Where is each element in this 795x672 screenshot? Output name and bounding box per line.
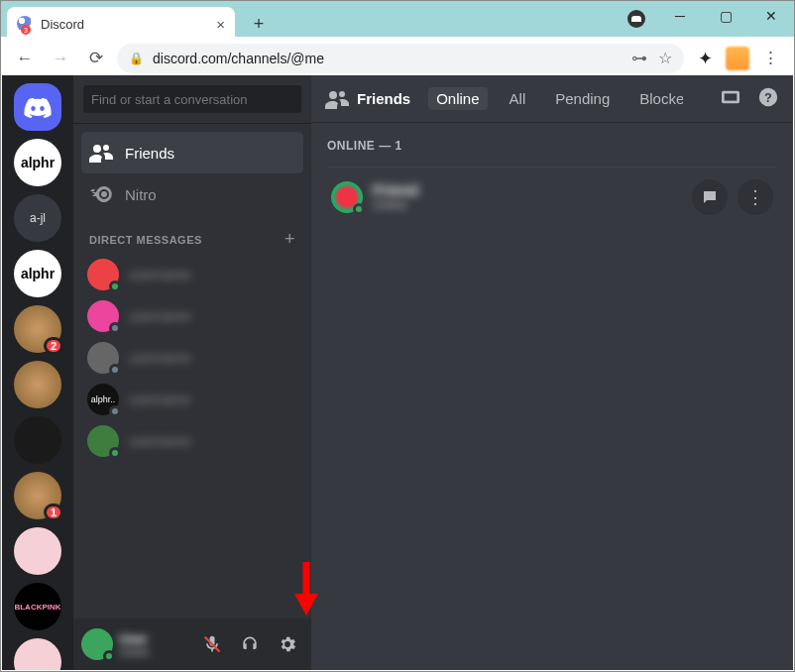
server-icon[interactable]: alphr xyxy=(14,250,61,297)
lock-icon: 🔒 xyxy=(129,52,144,65)
server-icon[interactable]: BLACKPINK xyxy=(14,583,61,630)
dm-username: username xyxy=(129,433,190,449)
server-icon[interactable]: 1 xyxy=(14,472,61,519)
extensions-button[interactable]: ✦ xyxy=(690,44,720,73)
self-status-dot xyxy=(103,650,115,662)
friend-name: Friend xyxy=(373,181,682,198)
svg-text:?: ? xyxy=(764,90,772,105)
sidebar-item-nitro[interactable]: Nitro xyxy=(81,173,303,215)
incognito-icon xyxy=(627,10,645,28)
nitro-icon xyxy=(89,184,113,204)
friends-title: Friends xyxy=(357,90,410,107)
server-icon[interactable]: 2 xyxy=(14,305,61,353)
extension-icon[interactable] xyxy=(726,47,749,70)
filter-all[interactable]: All xyxy=(502,87,534,110)
channel-sidebar: Find or start a conversation Friends Nit… xyxy=(73,75,311,670)
server-icon[interactable] xyxy=(14,527,61,575)
dm-username: username xyxy=(129,392,190,407)
user-panel: User #0000 xyxy=(73,618,311,670)
tab-title: Discord xyxy=(41,17,84,32)
new-tab-button[interactable]: + xyxy=(245,10,273,38)
message-friend-button[interactable] xyxy=(692,179,728,215)
help-icon[interactable]: ? xyxy=(757,86,779,111)
friend-row[interactable]: Friend Online ⋮ xyxy=(327,167,777,226)
discord-app: alphra-jlalphr21BLACKPINK Find or start … xyxy=(2,75,793,670)
sidebar-nitro-label: Nitro xyxy=(125,186,157,203)
browser-toolbar: ← → ⟳ 🔒 discord.com/channels/@me ⊶ ☆ ✦ ⋮ xyxy=(2,40,793,77)
dm-header-label: DIRECT MESSAGES xyxy=(89,234,202,246)
status-dot xyxy=(109,280,121,292)
mute-mic-button[interactable] xyxy=(196,628,228,660)
create-dm-button[interactable]: + xyxy=(284,229,295,250)
self-avatar[interactable] xyxy=(81,628,113,660)
server-icon[interactable] xyxy=(14,638,61,670)
dm-item[interactable]: username xyxy=(81,254,303,295)
window-minimize-button[interactable]: ─ xyxy=(657,1,703,31)
friends-icon xyxy=(89,143,113,163)
friends-icon xyxy=(325,89,349,109)
sidebar-item-friends[interactable]: Friends xyxy=(81,132,303,173)
dm-username: username xyxy=(129,350,190,366)
status-dot xyxy=(109,405,121,417)
window-close-button[interactable]: ✕ xyxy=(748,1,794,31)
server-icon[interactable] xyxy=(14,416,61,464)
filter-online[interactable]: Online xyxy=(428,87,487,110)
deafen-button[interactable] xyxy=(234,628,266,660)
dm-item[interactable]: username xyxy=(81,295,303,337)
dm-section-header: DIRECT MESSAGES + xyxy=(81,215,303,254)
status-dot xyxy=(109,322,121,334)
browser-tabstrip: 3 Discord × + xyxy=(7,6,273,42)
dm-avatar xyxy=(87,300,119,332)
friends-header: Friends Online All Pending Blocked ? xyxy=(311,75,793,123)
browser-menu-button[interactable]: ⋮ xyxy=(755,44,785,73)
quick-switcher-button[interactable]: Find or start a conversation xyxy=(83,85,301,113)
online-count-header: ONLINE — 1 xyxy=(327,139,777,153)
dm-item[interactable]: username xyxy=(81,420,303,462)
tab-notification-badge: 3 xyxy=(21,25,31,35)
window-maximize-button[interactable]: ▢ xyxy=(703,1,748,31)
dm-item[interactable]: username xyxy=(81,337,303,379)
filter-pending[interactable]: Pending xyxy=(547,87,618,110)
status-dot xyxy=(109,364,121,376)
sidebar-friends-label: Friends xyxy=(125,145,174,162)
dm-avatar xyxy=(87,425,119,457)
server-icon[interactable]: a-jl xyxy=(14,194,61,242)
filter-blocked[interactable]: Blocked xyxy=(631,87,683,110)
new-group-dm-icon[interactable] xyxy=(720,88,741,109)
dm-username: username xyxy=(129,267,190,282)
self-tag: #0000 xyxy=(119,646,190,658)
key-icon[interactable]: ⊶ xyxy=(631,49,644,67)
dm-username: username xyxy=(129,308,190,324)
address-bar[interactable]: 🔒 discord.com/channels/@me ⊶ ☆ xyxy=(117,44,684,73)
dm-avatar: alphr.. xyxy=(87,384,119,415)
tab-close-button[interactable]: × xyxy=(216,16,225,33)
server-icon[interactable]: alphr xyxy=(14,139,61,186)
friend-status: Online xyxy=(373,198,682,212)
svg-rect-2 xyxy=(725,93,738,100)
dm-avatar xyxy=(87,259,119,290)
friend-avatar xyxy=(331,181,363,213)
self-username: User xyxy=(119,631,190,646)
server-badge: 2 xyxy=(44,337,63,355)
friend-more-button[interactable]: ⋮ xyxy=(738,179,773,215)
forward-button[interactable]: → xyxy=(46,44,75,73)
server-badge: 1 xyxy=(44,504,63,521)
dm-avatar xyxy=(87,342,119,374)
dm-item[interactable]: alphr..username xyxy=(81,379,303,420)
back-button[interactable]: ← xyxy=(10,44,40,73)
status-dot xyxy=(109,447,121,459)
main-content: Friends Online All Pending Blocked ? ONL… xyxy=(311,75,793,670)
server-rail: alphra-jlalphr21BLACKPINK xyxy=(2,75,73,670)
bookmark-star-icon[interactable]: ☆ xyxy=(658,49,672,67)
friend-status-dot xyxy=(353,203,365,215)
browser-tab-active[interactable]: 3 Discord × xyxy=(7,7,235,41)
url-text: discord.com/channels/@me xyxy=(153,51,324,66)
reload-button[interactable]: ⟳ xyxy=(81,44,111,73)
home-button[interactable] xyxy=(14,83,61,131)
server-icon[interactable] xyxy=(14,361,61,408)
user-settings-button[interactable] xyxy=(272,628,303,660)
